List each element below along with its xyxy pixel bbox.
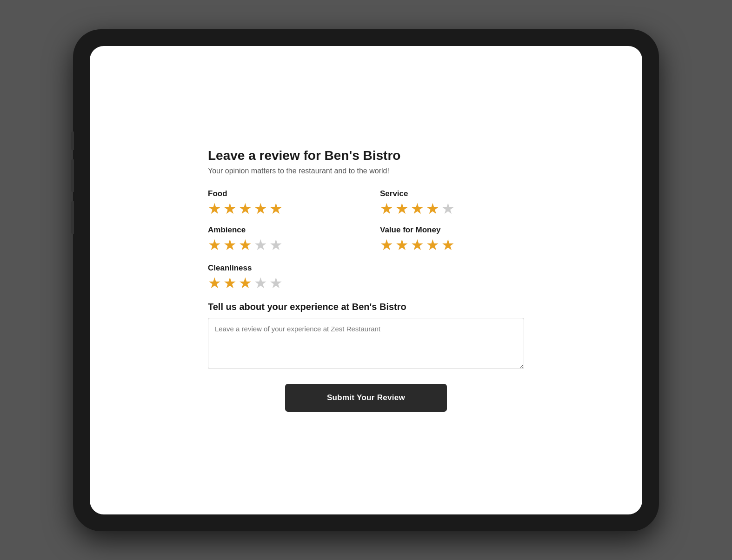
food-star-4[interactable]: ★: [254, 201, 267, 216]
value-star-1[interactable]: ★: [380, 237, 393, 252]
ambience-star-3[interactable]: ★: [239, 237, 252, 252]
rating-service: Service ★ ★ ★ ★ ★: [380, 189, 524, 216]
cleanliness-star-3[interactable]: ★: [239, 276, 252, 290]
tell-us-section: Tell us about your experience at Ben's B…: [208, 302, 524, 371]
form-subtitle: Your opinion matters to the restaurant a…: [208, 167, 524, 175]
cleanliness-label: Cleanliness: [208, 264, 252, 272]
food-stars[interactable]: ★ ★ ★ ★ ★: [208, 201, 352, 216]
value-star-3[interactable]: ★: [411, 237, 424, 252]
ambience-stars[interactable]: ★ ★ ★ ★ ★: [208, 237, 352, 252]
cleanliness-star-5[interactable]: ★: [269, 276, 283, 290]
value-star-2[interactable]: ★: [395, 237, 409, 252]
service-star-5[interactable]: ★: [441, 201, 455, 216]
tablet-frame: Leave a review for Ben's Bistro Your opi…: [73, 29, 659, 531]
submit-section: Submit Your Review: [208, 384, 524, 412]
rating-food: Food ★ ★ ★ ★ ★: [208, 189, 352, 216]
cleanliness-star-1[interactable]: ★: [208, 276, 221, 290]
ambience-star-4[interactable]: ★: [254, 237, 267, 252]
cleanliness-stars[interactable]: ★ ★ ★ ★ ★: [208, 276, 524, 290]
rating-ambience: Ambience ★ ★ ★ ★ ★: [208, 225, 352, 252]
tablet-screen: Leave a review for Ben's Bistro Your opi…: [90, 46, 642, 514]
review-form: Leave a review for Ben's Bistro Your opi…: [208, 139, 524, 421]
ambience-star-2[interactable]: ★: [223, 237, 237, 252]
ambience-label: Ambience: [208, 225, 352, 235]
submit-button[interactable]: Submit Your Review: [285, 384, 447, 412]
ambience-star-5[interactable]: ★: [269, 237, 283, 252]
cleanliness-star-4[interactable]: ★: [254, 276, 267, 290]
tell-us-title: Tell us about your experience at Ben's B…: [208, 302, 524, 312]
review-textarea[interactable]: [208, 318, 524, 369]
service-stars[interactable]: ★ ★ ★ ★ ★: [380, 201, 524, 216]
food-star-3[interactable]: ★: [239, 201, 252, 216]
value-star-5[interactable]: ★: [441, 237, 455, 252]
tablet-side-button-1: [71, 132, 74, 150]
food-label: Food: [208, 189, 352, 198]
food-star-1[interactable]: ★: [208, 201, 221, 216]
tablet-side-button-3: [71, 201, 74, 234]
tablet-side-button-2: [71, 159, 74, 192]
rating-value: Value for Money ★ ★ ★ ★ ★: [380, 225, 524, 252]
ratings-grid: Food ★ ★ ★ ★ ★ Service ★ ★ ★: [208, 189, 524, 252]
ambience-star-1[interactable]: ★: [208, 237, 221, 252]
service-star-3[interactable]: ★: [411, 201, 424, 216]
cleanliness-star-2[interactable]: ★: [223, 276, 237, 290]
value-star-4[interactable]: ★: [426, 237, 439, 252]
service-star-4[interactable]: ★: [426, 201, 439, 216]
service-star-1[interactable]: ★: [380, 201, 393, 216]
form-title: Leave a review for Ben's Bistro: [208, 148, 524, 163]
value-stars[interactable]: ★ ★ ★ ★ ★: [380, 237, 524, 252]
value-label: Value for Money: [380, 225, 524, 235]
service-label: Service: [380, 189, 524, 198]
service-star-2[interactable]: ★: [395, 201, 409, 216]
food-star-5[interactable]: ★: [269, 201, 283, 216]
food-star-2[interactable]: ★: [223, 201, 237, 216]
rating-cleanliness: Cleanliness ★ ★ ★ ★ ★: [208, 264, 524, 290]
